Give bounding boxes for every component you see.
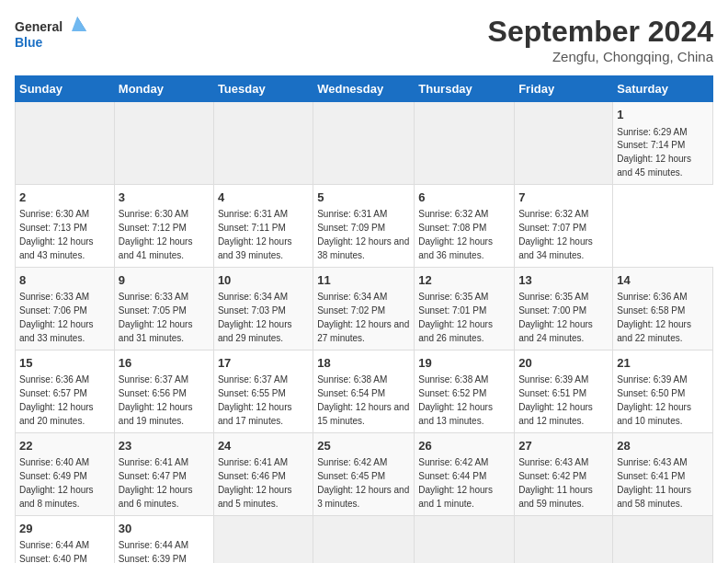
day-number: 3 xyxy=(119,190,210,206)
day-info: Sunrise: 6:43 AMSunset: 6:41 PMDaylight:… xyxy=(617,457,691,509)
weekday-header-friday: Friday xyxy=(515,76,613,102)
empty-cell xyxy=(313,515,415,563)
empty-cell xyxy=(313,102,415,185)
day-cell-3: 3 Sunrise: 6:30 AMSunset: 7:12 PMDayligh… xyxy=(114,184,213,267)
week-row-4: 15 Sunrise: 6:36 AMSunset: 6:57 PMDaylig… xyxy=(16,350,713,432)
day-info: Sunrise: 6:39 AMSunset: 6:50 PMDaylight:… xyxy=(617,374,691,426)
day-number: 9 xyxy=(119,272,210,289)
title-area: September 2024 Zengfu, Chongqing, China xyxy=(488,15,713,64)
day-info: Sunrise: 6:30 AMSunset: 7:12 PMDaylight:… xyxy=(119,209,193,260)
week-row-5: 22 Sunrise: 6:40 AMSunset: 6:49 PMDaylig… xyxy=(16,432,713,515)
svg-text:General: General xyxy=(15,19,63,34)
day-info: Sunrise: 6:39 AMSunset: 6:51 PMDaylight:… xyxy=(518,374,593,426)
day-cell-11: 11 Sunrise: 6:34 AMSunset: 7:02 PMDaylig… xyxy=(313,267,415,350)
logo-svg: General Blue xyxy=(15,15,88,56)
week-row-6: 29 Sunrise: 6:44 AMSunset: 6:40 PMDaylig… xyxy=(16,515,713,563)
day-number: 13 xyxy=(518,272,609,289)
day-info: Sunrise: 6:37 AMSunset: 6:56 PMDaylight:… xyxy=(119,374,193,426)
weekday-header-monday: Monday xyxy=(114,76,213,102)
day-cell-26: 26 Sunrise: 6:42 AMSunset: 6:44 PMDaylig… xyxy=(415,432,515,515)
weekday-header-row: SundayMondayTuesdayWednesdayThursdayFrid… xyxy=(16,76,713,102)
day-number: 20 xyxy=(518,355,609,372)
empty-cell xyxy=(515,102,613,185)
empty-cell xyxy=(213,515,313,563)
week-row-3: 8 Sunrise: 6:33 AMSunset: 7:06 PMDayligh… xyxy=(16,267,713,350)
empty-cell xyxy=(415,515,515,563)
empty-cell xyxy=(16,102,115,185)
day-cell-4: 4 Sunrise: 6:31 AMSunset: 7:11 PMDayligh… xyxy=(213,184,313,267)
day-number: 27 xyxy=(518,438,609,454)
day-info: Sunrise: 6:44 AMSunset: 6:40 PMDaylight:… xyxy=(19,540,94,563)
calendar-table: SundayMondayTuesdayWednesdayThursdayFrid… xyxy=(15,75,713,563)
empty-cell xyxy=(114,102,213,185)
empty-cell xyxy=(613,515,713,563)
weekday-header-sunday: Sunday xyxy=(16,76,115,102)
day-number: 29 xyxy=(19,521,110,537)
day-number: 19 xyxy=(418,355,510,372)
day-info: Sunrise: 6:41 AMSunset: 6:46 PMDaylight:… xyxy=(218,457,292,509)
day-info: Sunrise: 6:37 AMSunset: 6:55 PMDaylight:… xyxy=(218,374,292,426)
day-cell-15: 15 Sunrise: 6:36 AMSunset: 6:57 PMDaylig… xyxy=(16,350,115,432)
weekday-header-saturday: Saturday xyxy=(613,76,713,102)
day-cell-27: 27 Sunrise: 6:43 AMSunset: 6:42 PMDaylig… xyxy=(515,432,613,515)
day-number: 7 xyxy=(518,190,609,206)
day-cell-25: 25 Sunrise: 6:42 AMSunset: 6:45 PMDaylig… xyxy=(313,432,415,515)
day-number: 10 xyxy=(218,272,309,289)
day-cell-10: 10 Sunrise: 6:34 AMSunset: 7:03 PMDaylig… xyxy=(213,267,313,350)
day-info: Sunrise: 6:42 AMSunset: 6:44 PMDaylight:… xyxy=(418,457,493,509)
day-cell-5: 5 Sunrise: 6:31 AMSunset: 7:09 PMDayligh… xyxy=(313,184,415,267)
day-cell-16: 16 Sunrise: 6:37 AMSunset: 6:56 PMDaylig… xyxy=(114,350,213,432)
day-info: Sunrise: 6:35 AMSunset: 7:00 PMDaylight:… xyxy=(518,292,593,343)
day-cell-28: 28 Sunrise: 6:43 AMSunset: 6:41 PMDaylig… xyxy=(613,432,713,515)
day-cell-20: 20 Sunrise: 6:39 AMSunset: 6:51 PMDaylig… xyxy=(515,350,613,432)
day-number: 11 xyxy=(317,272,410,289)
day-info: Sunrise: 6:44 AMSunset: 6:39 PMDaylight:… xyxy=(119,540,193,563)
day-info: Sunrise: 6:33 AMSunset: 7:06 PMDaylight:… xyxy=(19,292,94,343)
day-cell-8: 8 Sunrise: 6:33 AMSunset: 7:06 PMDayligh… xyxy=(16,267,115,350)
day-info: Sunrise: 6:36 AMSunset: 6:58 PMDaylight:… xyxy=(617,292,691,343)
day-number: 2 xyxy=(19,190,110,206)
day-info: Sunrise: 6:43 AMSunset: 6:42 PMDaylight:… xyxy=(518,457,593,509)
day-number: 25 xyxy=(317,438,410,454)
day-number: 26 xyxy=(418,438,510,454)
day-info: Sunrise: 6:29 AMSunset: 7:14 PMDaylight:… xyxy=(617,127,691,178)
svg-marker-3 xyxy=(72,17,86,31)
day-cell-6: 6 Sunrise: 6:32 AMSunset: 7:08 PMDayligh… xyxy=(415,184,515,267)
page-header: General Blue September 2024 Zengfu, Chon… xyxy=(15,15,713,64)
day-cell-22: 22 Sunrise: 6:40 AMSunset: 6:49 PMDaylig… xyxy=(16,432,115,515)
day-info: Sunrise: 6:32 AMSunset: 7:08 PMDaylight:… xyxy=(418,209,493,260)
day-info: Sunrise: 6:40 AMSunset: 6:49 PMDaylight:… xyxy=(19,457,94,509)
day-info: Sunrise: 6:31 AMSunset: 7:09 PMDaylight:… xyxy=(317,209,409,260)
day-info: Sunrise: 6:36 AMSunset: 6:57 PMDaylight:… xyxy=(19,374,94,426)
day-number: 15 xyxy=(19,355,110,372)
weekday-header-tuesday: Tuesday xyxy=(213,76,313,102)
day-info: Sunrise: 6:42 AMSunset: 6:45 PMDaylight:… xyxy=(317,457,409,509)
day-info: Sunrise: 6:38 AMSunset: 6:52 PMDaylight:… xyxy=(418,374,493,426)
day-number: 21 xyxy=(617,355,709,372)
day-info: Sunrise: 6:34 AMSunset: 7:02 PMDaylight:… xyxy=(317,292,409,343)
empty-cell xyxy=(213,102,313,185)
day-cell-21: 21 Sunrise: 6:39 AMSunset: 6:50 PMDaylig… xyxy=(613,350,713,432)
day-number: 16 xyxy=(119,355,210,372)
month-title: September 2024 xyxy=(488,15,713,49)
day-cell-29: 29 Sunrise: 6:44 AMSunset: 6:40 PMDaylig… xyxy=(16,515,115,563)
day-cell-24: 24 Sunrise: 6:41 AMSunset: 6:46 PMDaylig… xyxy=(213,432,313,515)
day-number: 12 xyxy=(418,272,510,289)
day-cell-7: 7 Sunrise: 6:32 AMSunset: 7:07 PMDayligh… xyxy=(515,184,613,267)
day-number: 8 xyxy=(19,272,110,289)
day-number: 6 xyxy=(418,190,510,206)
day-info: Sunrise: 6:41 AMSunset: 6:47 PMDaylight:… xyxy=(119,457,193,509)
day-number: 4 xyxy=(218,190,309,206)
day-info: Sunrise: 6:33 AMSunset: 7:05 PMDaylight:… xyxy=(119,292,193,343)
day-number: 5 xyxy=(317,190,410,206)
day-cell-12: 12 Sunrise: 6:35 AMSunset: 7:01 PMDaylig… xyxy=(415,267,515,350)
day-info: Sunrise: 6:31 AMSunset: 7:11 PMDaylight:… xyxy=(218,209,292,260)
day-cell-23: 23 Sunrise: 6:41 AMSunset: 6:47 PMDaylig… xyxy=(114,432,213,515)
weekday-header-wednesday: Wednesday xyxy=(313,76,415,102)
day-cell-19: 19 Sunrise: 6:38 AMSunset: 6:52 PMDaylig… xyxy=(415,350,515,432)
day-cell-1: 1 Sunrise: 6:29 AMSunset: 7:14 PMDayligh… xyxy=(613,102,713,185)
day-number: 22 xyxy=(19,438,110,454)
empty-cell xyxy=(515,515,613,563)
day-info: Sunrise: 6:38 AMSunset: 6:54 PMDaylight:… xyxy=(317,374,409,426)
week-row-1: 1 Sunrise: 6:29 AMSunset: 7:14 PMDayligh… xyxy=(16,102,713,185)
